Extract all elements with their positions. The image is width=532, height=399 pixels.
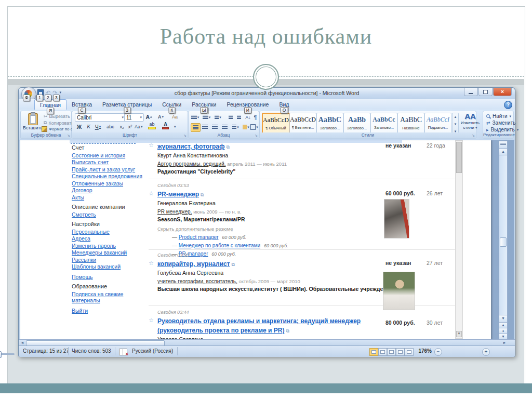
styles-scroll-down-icon[interactable]: ▼ bbox=[454, 123, 457, 126]
webpage-scrollbar[interactable]: ▼ bbox=[455, 140, 463, 339]
ruler-toggle-button[interactable] bbox=[499, 141, 508, 149]
sidebar-link[interactable]: Смотреть bbox=[72, 211, 150, 218]
sidebar-link[interactable]: Рассылки bbox=[72, 257, 150, 263]
numbering-button[interactable]: ▾ bbox=[202, 113, 211, 121]
bold-button[interactable]: Ж bbox=[75, 123, 83, 130]
tab-view[interactable]: Вид О bbox=[274, 99, 294, 110]
print-layout-view-button[interactable] bbox=[369, 348, 378, 356]
hide-extra-resumes-link[interactable]: Скрыть дополнительные резюме bbox=[157, 226, 396, 232]
sidebar-link[interactable]: Акты bbox=[72, 194, 150, 201]
sidebar-link[interactable]: Изменить пароль bbox=[72, 243, 150, 249]
font-color-arrow-icon[interactable]: ▾ bbox=[174, 125, 176, 129]
fullscreen-view-button[interactable] bbox=[378, 348, 387, 356]
scroll-right-icon[interactable]: ► bbox=[501, 340, 508, 345]
italic-button[interactable]: К bbox=[85, 123, 92, 130]
page-indicator[interactable]: Страница: 15 из 27 bbox=[23, 348, 69, 354]
multilevel-list-button[interactable]: ▾ bbox=[214, 113, 222, 121]
position-link[interactable]: учитель географии, воспитатель, bbox=[157, 278, 237, 284]
tab-references[interactable]: Ссылки К bbox=[157, 99, 187, 110]
sidebar-link[interactable]: Помощь bbox=[72, 274, 150, 281]
strikethrough-button[interactable]: abc bbox=[107, 123, 114, 130]
show-marks-button[interactable]: ¶ bbox=[251, 113, 260, 121]
tab-insert[interactable]: Вставка С bbox=[66, 99, 97, 110]
extra-resume-link[interactable]: Product manager bbox=[179, 234, 219, 240]
font-size-combo[interactable]: 11 ▾ bbox=[124, 113, 144, 122]
borders-button[interactable]: ▾ bbox=[250, 123, 259, 131]
word-count[interactable]: Число слов: 503 bbox=[72, 348, 111, 354]
web-layout-view-button[interactable] bbox=[387, 348, 396, 356]
sidebar-link[interactable]: Шаблоны вакансий bbox=[72, 263, 150, 270]
sidebar-link[interactable]: Выйти bbox=[72, 308, 150, 314]
shading-button[interactable]: ▾ bbox=[242, 123, 250, 131]
external-link-icon[interactable]: ⧉ bbox=[227, 144, 230, 150]
star-icon[interactable]: ☆ bbox=[149, 260, 154, 267]
paragraph-dialog-launcher-icon[interactable] bbox=[254, 134, 258, 138]
sidebar-link[interactable]: Выписать счет bbox=[72, 159, 150, 166]
underline-button[interactable]: Ч▾ bbox=[94, 123, 102, 130]
qat-customize-icon[interactable]: ▾ bbox=[59, 90, 61, 95]
tab-page-layout[interactable]: Разметка страницы З bbox=[97, 99, 157, 110]
external-link-icon[interactable]: ⧉ bbox=[286, 328, 289, 334]
sidebar-link[interactable]: Адреса bbox=[72, 235, 150, 242]
candidate-photo[interactable] bbox=[384, 199, 409, 238]
scroll-down-button[interactable]: ▼ bbox=[499, 315, 508, 323]
scroll-left-icon[interactable]: ◄ bbox=[19, 340, 25, 345]
font-name-combo[interactable]: Calibri ▾ bbox=[75, 113, 126, 122]
extra-resume-link[interactable]: Менеджер по работе с клиентами bbox=[179, 243, 260, 248]
replace-button[interactable]: ⇄ Заменить bbox=[486, 120, 515, 126]
change-styles-button[interactable]: АА Изменить стили ▾ bbox=[459, 112, 481, 135]
zoom-out-button[interactable]: − bbox=[434, 348, 442, 356]
resume-title-link[interactable]: журналист, фотограф bbox=[157, 143, 225, 150]
star-icon[interactable]: ☆ bbox=[149, 317, 154, 324]
resume-title-link[interactable]: Руководитель отдела рекламы и маркетинга… bbox=[157, 317, 361, 334]
cut-button[interactable]: ✂ Вырезать bbox=[44, 114, 70, 119]
font-dialog-launcher-icon[interactable] bbox=[183, 134, 187, 138]
bullets-button[interactable]: ▾ bbox=[191, 113, 200, 121]
draft-view-button[interactable] bbox=[405, 348, 414, 356]
resume-title-link[interactable]: PR-менеджер bbox=[157, 191, 199, 198]
sidebar-link[interactable]: Специальные предложения bbox=[72, 173, 150, 180]
position-link[interactable]: Автор программы, ведущий, bbox=[157, 161, 226, 167]
tab-review[interactable]: Рецензирование И bbox=[221, 99, 274, 110]
select-button[interactable]: ▸ Выделить ▾ bbox=[486, 127, 518, 132]
sidebar-link[interactable]: Подписка на свежие материалы bbox=[72, 291, 150, 304]
align-center-button[interactable] bbox=[201, 123, 209, 131]
justify-button[interactable] bbox=[220, 123, 229, 131]
star-icon[interactable]: ☆ bbox=[149, 190, 154, 197]
line-spacing-button[interactable]: ▾ bbox=[231, 123, 240, 131]
styles-scroll-up-icon[interactable]: ▲ bbox=[454, 115, 457, 118]
highlight-button[interactable]: ab bbox=[148, 122, 156, 129]
sidebar-link[interactable]: Прайс-лист и заказ услуг bbox=[72, 166, 150, 173]
webpage-scroll-down-icon[interactable]: ▼ bbox=[456, 331, 462, 337]
sidebar-link[interactable]: Отложенные заказы bbox=[72, 180, 150, 187]
vertical-scrollbar[interactable] bbox=[499, 155, 508, 316]
sidebar-link[interactable]: Состояние и история bbox=[72, 152, 150, 159]
document-page[interactable]: Счет Состояние и история Выписать счет П… bbox=[20, 140, 491, 340]
language-indicator[interactable]: Русский (Россия) bbox=[132, 348, 173, 354]
outline-view-button[interactable] bbox=[396, 348, 405, 356]
webpage-scrollbar-thumb[interactable] bbox=[456, 142, 462, 173]
shrink-font-button[interactable]: А▾ bbox=[157, 113, 165, 121]
find-button[interactable]: Найти ▾ bbox=[486, 113, 511, 119]
sidebar-link[interactable]: Договор bbox=[72, 187, 150, 194]
position-link[interactable]: PR менеджер, bbox=[157, 209, 192, 215]
candidate-photo[interactable] bbox=[383, 272, 415, 310]
copy-button[interactable]: ⧉ Копировать bbox=[44, 120, 74, 126]
proofing-errors-icon[interactable] bbox=[119, 349, 127, 355]
align-left-button[interactable] bbox=[191, 123, 201, 132]
resume-title-link[interactable]: копирайтер, журналист bbox=[157, 260, 230, 268]
close-button[interactable]: × bbox=[493, 88, 512, 96]
decrease-indent-button[interactable] bbox=[226, 113, 235, 121]
restore-button[interactable] bbox=[478, 88, 493, 96]
vertical-scrollbar-thumb[interactable] bbox=[500, 237, 507, 247]
increase-indent-button[interactable] bbox=[234, 113, 243, 121]
clipboard-dialog-launcher-icon[interactable] bbox=[66, 134, 71, 138]
external-link-icon[interactable]: ⧉ bbox=[232, 262, 235, 267]
grow-font-button[interactable]: А▾ bbox=[145, 113, 153, 121]
subscript-button[interactable]: x₂ bbox=[118, 123, 126, 130]
change-case-button[interactable]: Aa▾ bbox=[135, 123, 143, 130]
zoom-slider-thumb[interactable] bbox=[0, 351, 2, 358]
align-right-button[interactable] bbox=[210, 123, 219, 131]
clear-formatting-button[interactable]: Aa bbox=[171, 113, 179, 121]
help-icon[interactable]: ? bbox=[504, 101, 512, 109]
